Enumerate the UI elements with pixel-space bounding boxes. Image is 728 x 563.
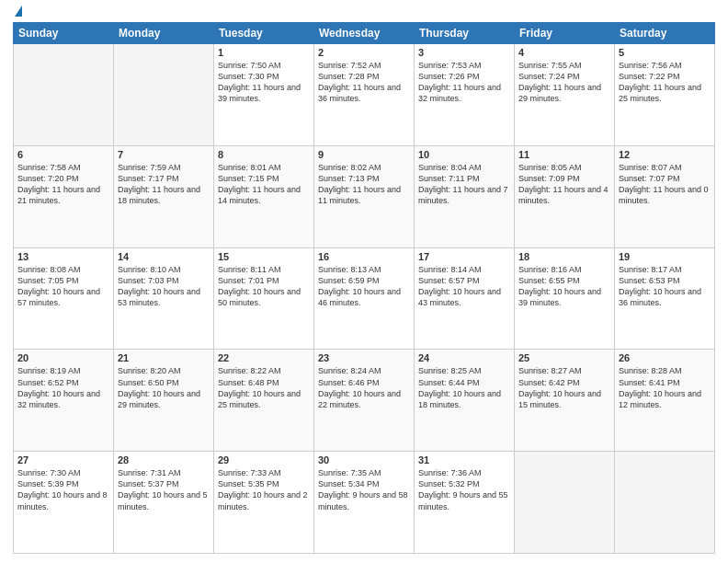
calendar-cell: 9Sunrise: 8:02 AMSunset: 7:13 PMDaylight… (314, 145, 415, 247)
day-info: Sunrise: 8:16 AMSunset: 6:55 PMDaylight:… (518, 264, 610, 309)
day-number: 30 (318, 454, 410, 465)
day-number: 28 (118, 454, 210, 465)
day-number: 3 (418, 47, 510, 58)
day-number: 10 (418, 149, 510, 160)
day-info: Sunrise: 8:01 AMSunset: 7:15 PMDaylight:… (218, 162, 310, 207)
day-number: 29 (218, 454, 310, 465)
calendar-cell: 8Sunrise: 8:01 AMSunset: 7:15 PMDaylight… (214, 145, 314, 247)
day-info: Sunrise: 7:52 AMSunset: 7:28 PMDaylight:… (318, 60, 410, 105)
col-header-tuesday: Tuesday (214, 23, 314, 44)
calendar-cell (114, 44, 214, 146)
calendar-week-row: 13Sunrise: 8:08 AMSunset: 7:05 PMDayligh… (14, 247, 715, 350)
day-info: Sunrise: 8:25 AMSunset: 6:44 PMDaylight:… (418, 365, 510, 410)
day-number: 7 (118, 149, 210, 160)
calendar-week-row: 1Sunrise: 7:50 AMSunset: 7:30 PMDaylight… (14, 44, 715, 146)
col-header-sunday: Sunday (14, 23, 114, 44)
day-number: 8 (218, 149, 310, 160)
day-info: Sunrise: 7:36 AMSunset: 5:32 PMDaylight:… (418, 467, 510, 512)
logo (13, 9, 22, 17)
calendar-cell: 5Sunrise: 7:56 AMSunset: 7:22 PMDaylight… (615, 44, 715, 146)
calendar-week-row: 27Sunrise: 7:30 AMSunset: 5:39 PMDayligh… (14, 452, 715, 554)
calendar-cell: 17Sunrise: 8:14 AMSunset: 6:57 PMDayligh… (415, 247, 515, 350)
day-number: 27 (17, 454, 109, 465)
calendar-cell (14, 44, 114, 146)
day-info: Sunrise: 8:28 AMSunset: 6:41 PMDaylight:… (619, 365, 711, 410)
calendar-cell: 20Sunrise: 8:19 AMSunset: 6:52 PMDayligh… (14, 350, 114, 452)
calendar-cell: 15Sunrise: 8:11 AMSunset: 7:01 PMDayligh… (214, 247, 314, 350)
calendar-cell: 11Sunrise: 8:05 AMSunset: 7:09 PMDayligh… (515, 145, 615, 247)
calendar-cell: 21Sunrise: 8:20 AMSunset: 6:50 PMDayligh… (114, 350, 214, 452)
day-number: 21 (118, 352, 210, 363)
day-info: Sunrise: 8:02 AMSunset: 7:13 PMDaylight:… (318, 162, 410, 207)
calendar-cell: 27Sunrise: 7:30 AMSunset: 5:39 PMDayligh… (14, 452, 114, 554)
day-info: Sunrise: 8:08 AMSunset: 7:05 PMDaylight:… (17, 264, 109, 309)
day-info: Sunrise: 8:11 AMSunset: 7:01 PMDaylight:… (218, 264, 310, 309)
col-header-monday: Monday (114, 23, 214, 44)
day-number: 17 (418, 251, 510, 262)
calendar-cell: 25Sunrise: 8:27 AMSunset: 6:42 PMDayligh… (515, 350, 615, 452)
day-number: 18 (518, 251, 610, 262)
day-number: 20 (17, 352, 109, 363)
calendar-cell: 28Sunrise: 7:31 AMSunset: 5:37 PMDayligh… (114, 452, 214, 554)
day-number: 9 (318, 149, 410, 160)
day-info: Sunrise: 8:27 AMSunset: 6:42 PMDaylight:… (518, 365, 610, 410)
day-number: 11 (518, 149, 610, 160)
day-number: 16 (318, 251, 410, 262)
calendar-cell: 23Sunrise: 8:24 AMSunset: 6:46 PMDayligh… (314, 350, 415, 452)
day-info: Sunrise: 8:14 AMSunset: 6:57 PMDaylight:… (418, 264, 510, 309)
day-info: Sunrise: 8:10 AMSunset: 7:03 PMDaylight:… (118, 264, 210, 309)
calendar-cell: 3Sunrise: 7:53 AMSunset: 7:26 PMDaylight… (415, 44, 515, 146)
day-number: 6 (17, 149, 109, 160)
calendar-cell: 30Sunrise: 7:35 AMSunset: 5:34 PMDayligh… (314, 452, 415, 554)
col-header-saturday: Saturday (615, 23, 715, 44)
calendar-cell: 2Sunrise: 7:52 AMSunset: 7:28 PMDaylight… (314, 44, 415, 146)
day-info: Sunrise: 7:30 AMSunset: 5:39 PMDaylight:… (17, 467, 109, 512)
calendar-cell: 29Sunrise: 7:33 AMSunset: 5:35 PMDayligh… (214, 452, 314, 554)
calendar-cell: 31Sunrise: 7:36 AMSunset: 5:32 PMDayligh… (415, 452, 515, 554)
day-number: 14 (118, 251, 210, 262)
calendar-cell: 7Sunrise: 7:59 AMSunset: 7:17 PMDaylight… (114, 145, 214, 247)
calendar-cell: 19Sunrise: 8:17 AMSunset: 6:53 PMDayligh… (615, 247, 715, 350)
day-info: Sunrise: 7:31 AMSunset: 5:37 PMDaylight:… (118, 467, 210, 512)
calendar-cell: 14Sunrise: 8:10 AMSunset: 7:03 PMDayligh… (114, 247, 214, 350)
day-number: 2 (318, 47, 410, 58)
calendar-cell: 24Sunrise: 8:25 AMSunset: 6:44 PMDayligh… (415, 350, 515, 452)
day-number: 23 (318, 352, 410, 363)
calendar-header-row: SundayMondayTuesdayWednesdayThursdayFrid… (14, 23, 715, 44)
day-info: Sunrise: 8:19 AMSunset: 6:52 PMDaylight:… (17, 365, 109, 410)
page: SundayMondayTuesdayWednesdayThursdayFrid… (0, 0, 728, 563)
day-number: 5 (619, 47, 711, 58)
day-info: Sunrise: 7:50 AMSunset: 7:30 PMDaylight:… (218, 60, 310, 105)
col-header-wednesday: Wednesday (314, 23, 415, 44)
calendar-cell: 1Sunrise: 7:50 AMSunset: 7:30 PMDaylight… (214, 44, 314, 146)
day-info: Sunrise: 8:24 AMSunset: 6:46 PMDaylight:… (318, 365, 410, 410)
day-info: Sunrise: 7:33 AMSunset: 5:35 PMDaylight:… (218, 467, 310, 512)
day-number: 1 (218, 47, 310, 58)
day-info: Sunrise: 8:22 AMSunset: 6:48 PMDaylight:… (218, 365, 310, 410)
calendar-table: SundayMondayTuesdayWednesdayThursdayFrid… (13, 22, 715, 554)
calendar-cell (515, 452, 615, 554)
calendar-cell: 4Sunrise: 7:55 AMSunset: 7:24 PMDaylight… (515, 44, 615, 146)
day-info: Sunrise: 7:58 AMSunset: 7:20 PMDaylight:… (17, 162, 109, 207)
logo-icon (15, 6, 22, 17)
calendar-cell: 6Sunrise: 7:58 AMSunset: 7:20 PMDaylight… (14, 145, 114, 247)
header (13, 9, 715, 17)
day-number: 24 (418, 352, 510, 363)
calendar-cell: 10Sunrise: 8:04 AMSunset: 7:11 PMDayligh… (415, 145, 515, 247)
day-info: Sunrise: 8:17 AMSunset: 6:53 PMDaylight:… (619, 264, 711, 309)
calendar-week-row: 6Sunrise: 7:58 AMSunset: 7:20 PMDaylight… (14, 145, 715, 247)
day-number: 19 (619, 251, 711, 262)
col-header-friday: Friday (515, 23, 615, 44)
day-info: Sunrise: 8:04 AMSunset: 7:11 PMDaylight:… (418, 162, 510, 207)
calendar-cell: 16Sunrise: 8:13 AMSunset: 6:59 PMDayligh… (314, 247, 415, 350)
day-number: 26 (619, 352, 711, 363)
day-info: Sunrise: 7:35 AMSunset: 5:34 PMDaylight:… (318, 467, 410, 512)
calendar-cell: 13Sunrise: 8:08 AMSunset: 7:05 PMDayligh… (14, 247, 114, 350)
day-info: Sunrise: 8:20 AMSunset: 6:50 PMDaylight:… (118, 365, 210, 410)
day-info: Sunrise: 7:55 AMSunset: 7:24 PMDaylight:… (518, 60, 610, 105)
calendar-cell: 12Sunrise: 8:07 AMSunset: 7:07 PMDayligh… (615, 145, 715, 247)
calendar-week-row: 20Sunrise: 8:19 AMSunset: 6:52 PMDayligh… (14, 350, 715, 452)
day-number: 13 (17, 251, 109, 262)
calendar-cell: 22Sunrise: 8:22 AMSunset: 6:48 PMDayligh… (214, 350, 314, 452)
day-info: Sunrise: 8:13 AMSunset: 6:59 PMDaylight:… (318, 264, 410, 309)
